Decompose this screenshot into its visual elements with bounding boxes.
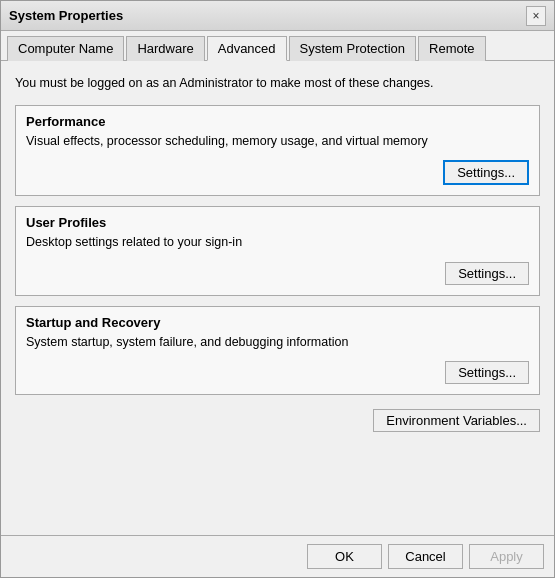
user-profiles-section: User Profiles Desktop settings related t… (15, 206, 540, 296)
apply-button[interactable]: Apply (469, 544, 544, 569)
tab-hardware[interactable]: Hardware (126, 36, 204, 61)
tab-bar: Computer Name Hardware Advanced System P… (1, 31, 554, 61)
startup-recovery-section-desc: System startup, system failure, and debu… (26, 334, 529, 352)
system-properties-window: System Properties × Computer Name Hardwa… (0, 0, 555, 578)
window-title: System Properties (9, 8, 123, 23)
performance-section-desc: Visual effects, processor scheduling, me… (26, 133, 529, 151)
startup-recovery-section-title: Startup and Recovery (26, 315, 529, 330)
tab-content: You must be logged on as an Administrato… (1, 61, 554, 535)
tab-advanced[interactable]: Advanced (207, 36, 287, 61)
user-profiles-btn-row: Settings... (26, 262, 529, 285)
user-profiles-section-desc: Desktop settings related to your sign-in (26, 234, 529, 252)
performance-settings-button[interactable]: Settings... (443, 160, 529, 185)
tab-system-protection[interactable]: System Protection (289, 36, 417, 61)
performance-btn-row: Settings... (26, 160, 529, 185)
close-button[interactable]: × (526, 6, 546, 26)
ok-button[interactable]: OK (307, 544, 382, 569)
cancel-button[interactable]: Cancel (388, 544, 463, 569)
admin-info-text: You must be logged on as an Administrato… (15, 73, 540, 95)
user-profiles-section-title: User Profiles (26, 215, 529, 230)
user-profiles-settings-button[interactable]: Settings... (445, 262, 529, 285)
startup-recovery-btn-row: Settings... (26, 361, 529, 384)
startup-recovery-section: Startup and Recovery System startup, sys… (15, 306, 540, 396)
bottom-bar: OK Cancel Apply (1, 535, 554, 577)
startup-recovery-settings-button[interactable]: Settings... (445, 361, 529, 384)
env-btn-row: Environment Variables... (15, 409, 540, 432)
tab-remote[interactable]: Remote (418, 36, 486, 61)
environment-variables-button[interactable]: Environment Variables... (373, 409, 540, 432)
tab-computer-name[interactable]: Computer Name (7, 36, 124, 61)
performance-section-title: Performance (26, 114, 529, 129)
performance-section: Performance Visual effects, processor sc… (15, 105, 540, 197)
title-bar: System Properties × (1, 1, 554, 31)
